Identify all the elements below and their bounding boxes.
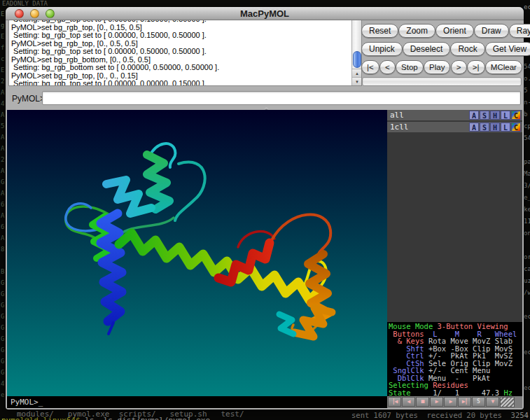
log-line: Setting: bg_rgb_top set to [ 0.00000, 0.… — [11, 80, 350, 85]
toolbar-button-reset[interactable]: Reset — [361, 24, 398, 38]
object-l-button[interactable]: L — [501, 122, 510, 132]
helix-blue — [101, 214, 122, 321]
toolbar-button-deselect[interactable]: Deselect — [403, 42, 451, 56]
terminal-right-edge-text: ec or 54 o. 5 n- b cp 54 pa Ma 3/ e_ ke … — [524, 1, 530, 394]
log-output-area[interactable]: Setting: bg_rgb_top set to [ 0.00000, 0.… — [8, 20, 362, 86]
object-panel: allASHLC1cllASHLC Mouse Mode 3-Button Vi… — [387, 110, 522, 408]
movie-play-button[interactable]: ▶ — [430, 397, 443, 407]
viewport-3d[interactable] — [7, 110, 387, 396]
command-input[interactable] — [42, 91, 521, 105]
scene-button[interactable]: S — [472, 397, 485, 407]
toolbar-row-1: UnpickDeselectRockGet View — [361, 41, 522, 56]
object-c-button[interactable]: C — [511, 111, 521, 120]
object-s-button[interactable]: S — [480, 122, 489, 132]
loop-teal-big — [175, 162, 205, 220]
log-lines: Setting: bg_rgb_top set to [ 0.00000, 0.… — [11, 20, 350, 85]
object-a-button[interactable]: A — [469, 122, 479, 132]
movie-controls: |◀◀■▶▶▶|S▼ — [387, 396, 522, 408]
toolbar-button-orient[interactable]: Orient — [435, 24, 474, 38]
movie-stop-button[interactable]: ■ — [416, 397, 429, 407]
object-c-button[interactable]: C — [511, 122, 521, 132]
toolbar-button-zoom[interactable]: Zoom — [398, 24, 435, 38]
toolbar-row-2: |<<StopPlay>>|MClear — [361, 59, 522, 74]
movie-last-button[interactable]: ▶| — [458, 397, 471, 407]
scrollbar-thumb[interactable] — [353, 51, 361, 68]
toolbar-button-[interactable]: > — [451, 60, 467, 74]
toolbar-button-unpick[interactable]: Unpick — [361, 42, 403, 56]
protein-structure — [7, 110, 387, 396]
object-a-button[interactable]: A — [469, 111, 479, 120]
object-action-buttons: ASHLC — [469, 111, 522, 120]
object-row: 1cllASHLC — [387, 122, 522, 132]
log-line: Setting: bg_rgb_top set to [ 0.00000, 0.… — [11, 31, 350, 40]
log-line: Setting: bg_rgb_bottom set to [ 0.00000,… — [11, 64, 350, 72]
helix-orange-2 — [294, 308, 332, 337]
terminal-top-text: EADONLY DATA — [2, 0, 48, 7]
object-list: allASHLC1cllASHLC — [387, 110, 522, 132]
terminal-prompt-line: pymol@ld_linux64$ ls ls dist/pymol/pymol… — [1, 416, 210, 420]
toolbar-button-getview[interactable]: Get View — [485, 42, 530, 56]
helix-teal-nub — [279, 314, 293, 334]
helix-n-teal-1 — [147, 155, 169, 209]
object-row: allASHLC — [387, 110, 522, 120]
object-l-button[interactable]: L — [501, 111, 510, 120]
toolbar-button-[interactable]: >| — [467, 60, 485, 74]
helix-central — [119, 233, 319, 300]
toolbar-button-[interactable]: |< — [361, 60, 379, 74]
object-name[interactable]: all — [387, 110, 469, 120]
toolbar-button-play[interactable]: Play — [424, 60, 450, 74]
log-line: Setting: bg_rgb_top set to [ 0.00000, 0.… — [11, 48, 350, 56]
panel-menu-button[interactable]: ▼ — [486, 397, 499, 407]
terminal-prompt-user: pymol@ld_linux64$ — [1, 416, 81, 420]
title-bar[interactable]: MacPyMOL — [6, 7, 524, 20]
toolbar-row-0: ResetZoomOrientDrawRay — [361, 23, 522, 38]
movie-next-button[interactable]: ▶ — [444, 397, 457, 407]
resize-grip[interactable] — [500, 397, 515, 407]
toolbar-button-draw[interactable]: Draw — [474, 24, 509, 38]
movie-first-button[interactable]: |◀ — [388, 397, 401, 407]
window-title: MacPyMOL — [6, 8, 524, 19]
mouse-panel-line: State 1/ 1 47.3 Hz — [389, 389, 522, 397]
toolbar-button-mclear[interactable]: MClear — [485, 60, 522, 74]
log-scrollbar[interactable]: ▲ ▼ — [351, 20, 361, 85]
viewport-command-line[interactable]: PyMOL>_ — [7, 396, 387, 408]
toolbar-button-[interactable]: < — [379, 60, 396, 74]
toolbar-button-ray[interactable]: Ray — [509, 24, 530, 38]
object-h-button[interactable]: H — [490, 122, 500, 132]
macpymol-window: MacPyMOL Setting: bg_rgb_top set to [ 0.… — [6, 7, 524, 410]
mouse-mode-panel[interactable]: Mouse Mode 3-Button Viewing Buttons L M … — [387, 322, 522, 396]
scroll-down-button[interactable]: ▼ — [352, 77, 362, 85]
viewport-prompt-text: PyMOL>_ — [11, 398, 43, 407]
helix-n-cyan-2 — [106, 180, 151, 214]
object-s-button[interactable]: S — [480, 111, 489, 120]
movie-progress-bar[interactable] — [362, 77, 522, 86]
command-prompt-label: PyMOL> — [12, 94, 45, 104]
terminal-prompt-command: ls ls dist/pymol/pymol.exe — [81, 416, 210, 420]
movie-prev-button[interactable]: ◀ — [402, 397, 415, 407]
object-h-button[interactable]: H — [490, 111, 500, 120]
object-action-buttons: ASHLC — [469, 122, 522, 132]
object-name[interactable]: 1cll — [387, 122, 469, 132]
toolbar-button-rock[interactable]: Rock — [450, 42, 484, 56]
terminal-left-edge-text: E g E f c E 2 A 4 A 5 A A 2 A G A 6 A 6 … — [1, 8, 4, 400]
toolbar-button-stop[interactable]: Stop — [396, 60, 424, 74]
terminal-transfer-status: sent 1607 bytes received 20 bytes 3254.0… — [351, 411, 530, 419]
scroll-up-button[interactable]: ▲ — [352, 69, 362, 77]
